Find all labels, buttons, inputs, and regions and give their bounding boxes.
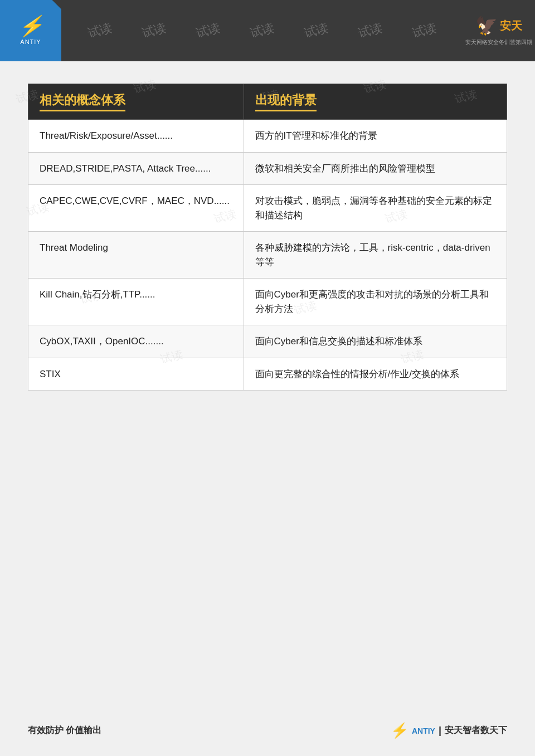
watermark-6: 试读	[356, 19, 384, 42]
table-row-3: Threat Modeling各种威胁建模的方法论，工具，risk-centri…	[28, 232, 507, 279]
footer-logo: ⚡ ANTIY | 安天智者数天下	[391, 722, 507, 739]
header: ⚡ ANTIY 试读 试读 试读 试读 试读 试读 试读 🦅 安天 安天网络安全…	[0, 0, 535, 61]
table-row-0: Threat/Risk/Exposure/Asset......西方的IT管理和…	[28, 120, 507, 153]
watermark-container: 试读 试读 试读 试读 试读 试读 试读	[61, 0, 463, 61]
footer-logo-text: 安天智者数天下	[445, 725, 507, 737]
watermark-3: 试读	[194, 19, 222, 42]
table-row-right-0: 西方的IT管理和标准化的背景	[244, 120, 507, 153]
table-row-right-3: 各种威胁建模的方法论，工具，risk-centric，data-driven等等	[244, 232, 507, 279]
table-row-2: CAPEC,CWE,CVE,CVRF，MAEC，NVD......对攻击模式，脆…	[28, 185, 507, 232]
table-row-left-6: STIX	[28, 358, 244, 391]
footer-logo-icon: ⚡	[391, 722, 408, 739]
logo-icon: ⚡	[18, 16, 43, 36]
table-row-right-4: 面向Cyber和更高强度的攻击和对抗的场景的分析工具和分析方法	[244, 279, 507, 325]
table-row-right-5: 面向Cyber和信息交换的描述和标准体系	[244, 325, 507, 358]
right-logo-icon: 🦅	[475, 15, 498, 36]
table-row-5: CybOX,TAXII，OpenIOC.......面向Cyber和信息交换的描…	[28, 325, 507, 358]
watermark-5: 试读	[302, 19, 330, 42]
watermark-7: 试读	[410, 19, 438, 42]
right-logo-subtitle: 安天网络安全冬训营第四期	[465, 38, 532, 46]
footer-tagline: 有效防护 价值输出	[28, 725, 101, 737]
logo-text: ANTIY	[20, 38, 41, 45]
table-header-left: 相关的概念体系	[28, 84, 244, 120]
watermark-4: 试读	[248, 19, 276, 42]
footer-logo-main: |	[439, 725, 441, 737]
header-right-text: 出现的背景	[255, 92, 317, 111]
table-row-left-2: CAPEC,CWE,CVE,CVRF，MAEC，NVD......	[28, 185, 244, 232]
table-row-left-4: Kill Chain,钻石分析,TTP......	[28, 279, 244, 325]
table-row-left-3: Threat Modeling	[28, 232, 244, 279]
table-row-right-1: 微软和相关安全厂商所推出的风险管理模型	[244, 152, 507, 185]
table-row-right-6: 面向更完整的综合性的情报分析/作业/交换的体系	[244, 358, 507, 391]
table-row-6: STIX面向更完整的综合性的情报分析/作业/交换的体系	[28, 358, 507, 391]
table-row-left-5: CybOX,TAXII，OpenIOC.......	[28, 325, 244, 358]
footer-right-sub: 智者数天下	[463, 725, 507, 735]
watermark-1: 试读	[85, 19, 113, 42]
table-row-1: DREAD,STRIDE,PASTA, Attack Tree......微软和…	[28, 152, 507, 185]
right-logo-brand: 安天	[500, 18, 522, 33]
logo-box: ⚡ ANTIY	[0, 0, 61, 61]
concept-table: 相关的概念体系 出现的背景 Threat/Risk/Exposure/Asset…	[28, 84, 507, 391]
table-header-right: 出现的背景	[244, 84, 507, 120]
footer-right-main: 安天	[445, 725, 463, 735]
table-row-4: Kill Chain,钻石分析,TTP......面向Cyber和更高强度的攻击…	[28, 279, 507, 325]
watermark-2: 试读	[140, 19, 168, 42]
header-left-text: 相关的概念体系	[40, 92, 125, 111]
table-row-left-1: DREAD,STRIDE,PASTA, Attack Tree......	[28, 152, 244, 185]
footer-right: ⚡ ANTIY | 安天智者数天下	[391, 722, 507, 739]
table-row-right-2: 对攻击模式，脆弱点，漏洞等各种基础的安全元素的标定和描述结构	[244, 185, 507, 232]
table-row-left-0: Threat/Risk/Exposure/Asset......	[28, 120, 244, 153]
footer-antiy: ANTIY	[412, 726, 435, 735]
footer: 有效防护 价值输出 ⚡ ANTIY | 安天智者数天下	[0, 722, 535, 739]
main-content: 试读 试读 试读 试读 试读 试读 试读 试读 试读 试读 试读 试读 相关的概…	[0, 61, 535, 413]
header-logo-right: 🦅 安天 安天网络安全冬训营第四期	[463, 0, 535, 61]
